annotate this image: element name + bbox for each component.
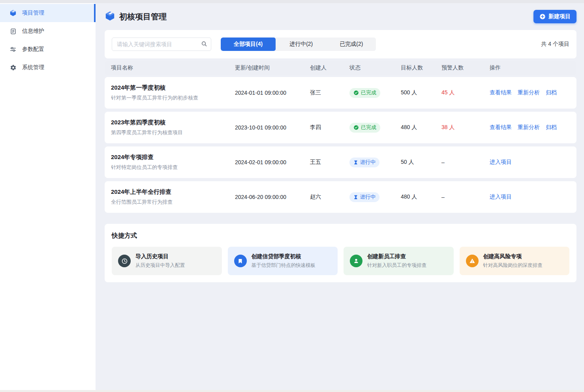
toolbar-panel: 全部项目(4) 进行中(2) 已完成(2) 共 4 个项目: [105, 30, 576, 58]
sidebar-item-label: 参数配置: [22, 46, 44, 53]
project-description: 针对第一季度员工异常行为的初步核查: [111, 94, 235, 101]
clock-icon: [118, 255, 131, 267]
status-label: 已完成: [361, 124, 376, 131]
user-icon: [350, 255, 362, 267]
warning-count: 45 人: [441, 89, 490, 96]
shortcut-subtitle: 从历史项目中导入配置: [135, 262, 185, 269]
project-creator: 李四: [310, 124, 349, 131]
page-header: 初核项目管理 新建项目: [105, 3, 576, 30]
status-badge: 进行中: [349, 158, 379, 167]
main-content: 初核项目管理 新建项目 全部项目(4) 进行中(2) 已完成(2) 共 4 个项…: [96, 3, 584, 392]
table-row: 2023年第四季度初核 第四季度员工异常行为核查项目 2023-10-01 09…: [105, 112, 576, 143]
shortcuts-title: 快捷方式: [112, 232, 569, 240]
column-header-target: 目标人数: [401, 64, 441, 71]
shortcut-create-new-employee-screening[interactable]: 创建新员工排查 针对新入职员工的专项排查: [344, 247, 454, 275]
cube-icon: [105, 11, 115, 23]
target-count: 480 人: [401, 193, 441, 201]
shortcut-subtitle: 针对新入职员工的专项排查: [367, 262, 426, 269]
column-header-actions: 操作: [490, 64, 576, 71]
new-project-button[interactable]: 新建项目: [533, 10, 576, 23]
project-name: 2024年上半年全行排查: [111, 188, 235, 196]
shortcut-title: 创建高风险专项: [483, 253, 543, 260]
project-creator: 王五: [310, 159, 349, 166]
search-icon[interactable]: [201, 41, 207, 48]
reanalyze-link[interactable]: 重新分析: [518, 89, 540, 96]
cube-icon: [9, 9, 17, 17]
check-circle-icon: [353, 125, 359, 130]
hourglass-icon: [353, 195, 358, 200]
search-input[interactable]: [112, 38, 211, 51]
warning-icon: [466, 255, 479, 267]
sidebar-item-parameter-config[interactable]: 参数配置: [0, 40, 96, 58]
sidebar-item-label: 项目管理: [22, 9, 44, 17]
project-name: 2024年专项排查: [111, 154, 235, 161]
sidebar-item-label: 系统管理: [22, 64, 44, 71]
project-time: 2024-06-20 09:00:00: [235, 194, 310, 200]
shortcut-import-history-project[interactable]: 导入历史项目 从历史项目中导入配置: [112, 247, 222, 275]
shortcut-subtitle: 基于信贷部门特点的快速模板: [252, 262, 316, 269]
sidebar-item-system-management[interactable]: 系统管理: [0, 58, 96, 77]
status-badge: 进行中: [349, 192, 379, 202]
project-creator: 赵六: [310, 193, 349, 201]
tab-all-projects[interactable]: 全部项目(4): [221, 38, 276, 51]
project-filter-tabs: 全部项目(4) 进行中(2) 已完成(2): [221, 38, 376, 51]
project-description: 第四季度员工异常行为核查项目: [111, 129, 235, 136]
plus-circle-icon: [539, 13, 546, 20]
table-row: 2024年专项排查 针对特定岗位员工的专项排查 2024-02-01 09:00…: [105, 146, 576, 178]
enter-project-link[interactable]: 进入项目: [490, 193, 512, 201]
target-count: 480 人: [401, 124, 441, 131]
project-creator: 张三: [310, 89, 349, 96]
project-name: 2024年第一季度初核: [111, 84, 235, 92]
column-header-time: 更新/创建时间: [235, 64, 310, 71]
tab-in-progress[interactable]: 进行中(2): [276, 38, 326, 51]
bookmark-icon: [234, 255, 247, 267]
sidebar-item-project-management[interactable]: 项目管理: [0, 4, 96, 22]
status-label: 进行中: [360, 193, 376, 201]
warning-count: –: [441, 159, 490, 165]
view-results-link[interactable]: 查看结果: [490, 89, 512, 96]
warning-count: –: [441, 194, 490, 200]
sliders-icon: [9, 46, 17, 53]
column-header-warning: 预警人数: [441, 64, 490, 71]
column-header-name: 项目名称: [111, 64, 235, 71]
project-description: 全行范围员工异常行为排查: [111, 199, 235, 206]
view-results-link[interactable]: 查看结果: [490, 124, 512, 131]
sidebar-item-label: 信息维护: [22, 28, 44, 35]
shortcut-create-high-risk-special[interactable]: 创建高风险专项 针对高风险岗位的深度排查: [460, 247, 570, 275]
enter-project-link[interactable]: 进入项目: [490, 159, 512, 166]
target-count: 50 人: [401, 159, 441, 166]
gear-icon: [9, 64, 17, 71]
shortcut-subtitle: 针对高风险岗位的深度排查: [483, 262, 543, 269]
page-title: 初核项目管理: [119, 11, 167, 22]
project-time: 2023-10-01 09:00:00: [235, 124, 310, 131]
target-count: 500 人: [401, 89, 441, 96]
shortcut-title: 创建新员工排查: [367, 253, 426, 260]
table-header: 项目名称 更新/创建时间 创建人 状态 目标人数 预警人数 操作: [105, 61, 576, 75]
status-label: 已完成: [361, 89, 376, 96]
search-box: [112, 38, 211, 51]
new-project-button-label: 新建项目: [548, 13, 571, 20]
shortcut-create-credit-dept-review[interactable]: 创建信贷部季度初核 基于信贷部门特点的快速模板: [228, 247, 338, 275]
warning-count: 38 人: [441, 124, 490, 131]
hourglass-icon: [353, 160, 358, 165]
project-description: 针对特定岗位员工的专项排查: [111, 164, 235, 171]
table-row: 2024年上半年全行排查 全行范围员工异常行为排查 2024-06-20 09:…: [105, 181, 576, 213]
project-time: 2024-02-01 09:00:00: [235, 159, 310, 165]
shortcut-title: 导入历史项目: [135, 253, 185, 260]
project-time: 2024-01-01 09:00:00: [235, 90, 310, 96]
archive-link[interactable]: 归档: [546, 124, 557, 131]
reanalyze-link[interactable]: 重新分析: [518, 124, 540, 131]
window-top-edge: [0, 0, 584, 3]
sidebar: 项目管理 信息维护 参数配置 系统管理: [0, 0, 96, 392]
tab-completed[interactable]: 已完成(2): [327, 38, 376, 51]
project-count: 共 4 个项目: [541, 41, 569, 48]
sidebar-item-info-maintenance[interactable]: 信息维护: [0, 22, 96, 40]
check-circle-icon: [353, 90, 359, 96]
archive-link[interactable]: 归档: [546, 89, 557, 96]
column-header-status: 状态: [349, 64, 401, 71]
shortcuts-panel: 快捷方式 导入历史项目 从历史项目中导入配置 创建信贷部季度初核 基于信贷部门特…: [105, 224, 576, 282]
status-badge: 已完成: [349, 123, 380, 133]
status-badge: 已完成: [349, 88, 380, 98]
window-bottom-edge: [0, 390, 584, 392]
status-label: 进行中: [360, 159, 376, 166]
